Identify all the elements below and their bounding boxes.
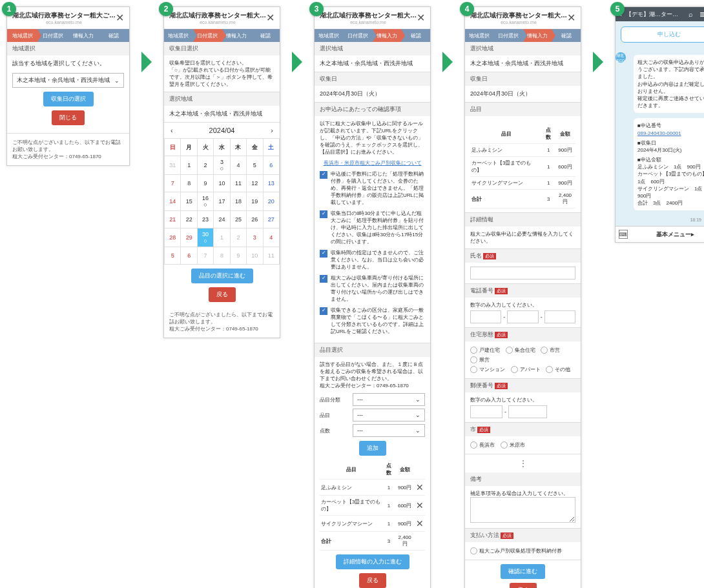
step-badge-3: 3 — [309, 2, 324, 16]
chat-message: 粗大ごみの収集申込みありがとうございます。下記内容で承りました。 お申込みの内容… — [634, 55, 704, 113]
add-button[interactable]: 追加 — [359, 441, 386, 456]
panel-step4: 4 湖北広域行政事務センター粗大… eco.kanameto.me ✕ 地域選択… — [464, 6, 581, 588]
city-radio[interactable]: 長浜市 — [470, 441, 495, 449]
select-date-button[interactable]: 収集日の選択 — [43, 92, 94, 106]
search-icon[interactable]: ⌕ — [688, 10, 693, 18]
rules-link[interactable]: 長浜市・米原市粗大ごみ戸別収集について — [324, 160, 422, 166]
back-button[interactable]: 戻る — [209, 287, 236, 302]
calendar: 日月火水木金土 31123○456 78910111213 141516○171… — [164, 138, 280, 265]
step-badge-1: 1 — [2, 2, 16, 16]
close-icon[interactable]: ✕ — [417, 13, 425, 23]
checkbox-3[interactable]: ✓ — [320, 250, 327, 258]
delete-icon[interactable]: ✕ — [416, 500, 424, 511]
region-select[interactable]: 木之本地域・余呉地域・西浅井地域⌄ — [12, 73, 124, 88]
back-button[interactable]: 戻る — [359, 573, 386, 588]
arrow-icon — [141, 52, 152, 72]
footer: ご不明な点がございましたら、以下までお電話お願い致します。粗大ごみ受付センター：… — [7, 134, 129, 165]
step-badge-5: 5 — [610, 2, 625, 16]
back-button[interactable]: 戻る — [510, 583, 537, 588]
close-icon[interactable]: ✕ — [266, 13, 274, 23]
panel-step2: 2 湖北広域行政事務センター粗大… eco.kanameto.me ✕ 地域選択… — [163, 6, 280, 338]
close-button[interactable]: 閉じる — [52, 110, 85, 125]
table-row: カーペット【3畳までのもの】1600円✕ — [320, 496, 425, 516]
panel-step5: 5 ‹ 【デモ】湖…ターECO ⌕ ≣ ☰ 申し込む 18:58 湖北ECO 粗… — [615, 6, 704, 243]
name-input[interactable] — [470, 267, 575, 279]
table-row: 足ふみミシン1900円✕ — [320, 480, 425, 496]
tel-input-2[interactable] — [507, 310, 538, 323]
zip-input-2[interactable] — [508, 405, 547, 418]
close-icon[interactable]: ✕ — [567, 13, 575, 23]
checkbox-4[interactable]: ✓ — [320, 275, 327, 283]
chevron-down-icon: ⌄ — [114, 77, 119, 84]
menu-icon[interactable]: ≣ — [699, 10, 704, 19]
phone-header: ‹ 【デモ】湖…ターECO ⌕ ≣ ☰ — [616, 7, 704, 21]
app-title: 湖北広域行政事務センター粗大ご… — [12, 11, 116, 20]
pay-radio[interactable]: 粗大ごみ戸別収集処理手数料納付券 — [470, 547, 562, 554]
phone-bottom-bar: ⌨ 基本メニュー▸ — [616, 226, 704, 242]
application-number-link[interactable]: 089-240430-00001 — [637, 130, 681, 136]
apply-button[interactable]: 申し込む — [621, 26, 704, 43]
selected-date[interactable]: 30○ — [197, 228, 213, 247]
confirm-button[interactable]: 確認に進む — [501, 564, 545, 579]
delete-icon[interactable]: ✕ — [416, 518, 424, 529]
keyboard-icon[interactable]: ⌨ — [619, 230, 628, 239]
delete-icon[interactable]: ✕ — [416, 482, 424, 492]
calendar-month: 2024/04 — [209, 127, 235, 134]
arrow-icon — [442, 52, 453, 72]
memo-input[interactable] — [470, 497, 575, 523]
item-table: 品目点数金額 足ふみミシン1900円 カーペット【3畳までのもの】1600円 サ… — [470, 124, 575, 208]
panel-step3: 3 湖北広域行政事務センター粗大… eco.kanameto.me ✕ 地域選択… — [314, 6, 431, 588]
table-row: サイクリングマシーン1900円✕ — [320, 516, 425, 532]
next-month-icon[interactable]: › — [271, 127, 273, 134]
close-icon[interactable]: ✕ — [116, 13, 124, 23]
category-select[interactable]: ---⌄ — [353, 393, 425, 406]
item-select[interactable]: ---⌄ — [353, 409, 425, 421]
bot-avatar: 湖北ECO — [616, 52, 626, 63]
chat-message: ■申込番号 089-240430-00001 ■収集日 2024年4月30日(火… — [634, 118, 704, 210]
house-radio[interactable]: 戸建住宅 — [470, 347, 500, 354]
arrow-icon — [593, 52, 603, 72]
proceed-detail-button[interactable]: 詳細情報の入力に進む — [336, 554, 409, 569]
qty-select[interactable]: ---⌄ — [353, 424, 425, 437]
panel-step1: 1 湖北広域行政事務センター粗大ご… eco.kanameto.me ✕ 地域選… — [6, 6, 130, 166]
step-badge-4: 4 — [460, 2, 474, 16]
checkbox-5[interactable]: ✓ — [320, 307, 327, 315]
checkbox-1[interactable]: ✓ — [320, 171, 327, 179]
tel-input-1[interactable] — [470, 310, 501, 323]
proceed-items-button[interactable]: 品目の選択に進む — [191, 269, 253, 283]
checkbox-2[interactable]: ✓ — [320, 210, 327, 218]
zip-input-1[interactable] — [470, 405, 502, 418]
progress-steps: 地域選択 日付選択 情報入力 確認 — [7, 29, 129, 42]
arrow-icon — [292, 52, 302, 72]
step-badge-2: 2 — [159, 2, 173, 16]
item-table: 品目点数金額 足ふみミシン1900円✕ カーペット【3畳までのもの】1600円✕… — [320, 460, 425, 551]
prev-month-icon[interactable]: ‹ — [171, 127, 173, 134]
tel-input-3[interactable] — [544, 310, 575, 323]
